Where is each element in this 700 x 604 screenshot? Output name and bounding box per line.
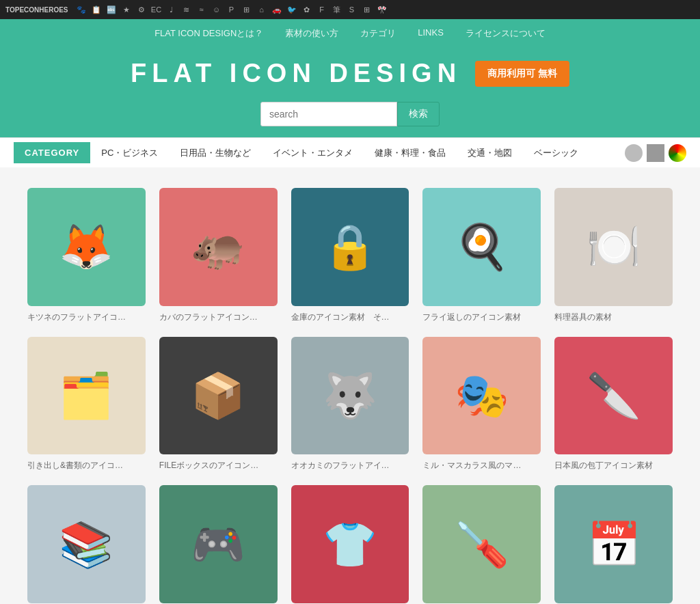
toolbar-icon-14: 🚗 [271,3,283,16]
icon-card-6[interactable]: 📦FILEボックスのアイコン… [159,337,278,472]
toolbar-icon-11: P [226,3,238,16]
icon-thumb-6: 📦 [159,337,278,455]
top-toolbar: TOPECONHEROES 🐾 📋 🔤 ★ ⚙ EC ♩ ≋ ≈ ☺ P ⊞ ⌂… [0,0,700,19]
cat-transport[interactable]: 交通・地図 [457,141,523,165]
site-title: FLAT ICON DESIGN [131,59,461,88]
color-filter-dark[interactable] [647,144,664,162]
site-header: FLAT ICON DESIGNとは？ 素材の使い方 カテゴリ LINKS ライ… [0,19,700,137]
cat-basic[interactable]: ベーシック [523,141,589,165]
main-content: 🦊キツネのフラットアイコ…🦛カバのフラットアイコン…🔒金庫のアイコン素材 そ…🍳… [0,167,700,604]
icon-card-5[interactable]: 🗂️引き出し&書類のアイコ… [27,337,146,472]
cat-pc-business[interactable]: PC・ビジネス [90,141,169,165]
toolbar-icon-8: ≋ [180,3,193,16]
nav-usage[interactable]: 素材の使い方 [285,27,338,40]
icon-label-3: フライ返しのアイコン素材 [422,312,521,323]
icon-label-4: 料理器具の素材 [554,312,612,323]
icon-card-3[interactable]: 🍳フライ返しのアイコン素材 [422,188,541,323]
icon-thumb-7: 🐺 [291,337,409,455]
icon-card-8[interactable]: 🎭ミル・マスカラス風のマ… [422,337,541,472]
toolbar-icon-21: 🎌 [376,3,388,16]
icon-thumb-13: 🪛 [422,485,541,603]
cta-button[interactable]: 商用利用可 無料 [475,61,569,87]
icon-thumb-2: 🔒 [291,188,409,306]
nav-links[interactable]: LINKS [418,27,444,40]
toolbar-icon-1: 🐾 [75,3,88,16]
toolbar-icon-12: ⊞ [241,3,253,16]
search-button[interactable]: 検索 [397,102,440,126]
toolbar-icon-15: 🐦 [286,3,298,16]
icon-thumb-5: 🗂️ [27,337,146,455]
icon-card-14[interactable]: 📅シンプルなカレンダーの… [554,485,673,604]
icon-thumb-14: 📅 [554,485,673,603]
color-filter-gray[interactable] [625,144,643,162]
icon-label-1: カバのフラットアイコン… [159,312,258,323]
icon-label-9: 日本風の包丁アイコン素材 [554,460,653,471]
top-navigation: FLAT ICON DESIGNとは？ 素材の使い方 カテゴリ LINKS ライ… [0,27,700,48]
icon-thumb-10: 📚 [27,485,146,603]
toolbar-icon-16: ✿ [301,3,313,16]
category-label: CATEGORY [14,142,90,163]
toolbar-icon-3: 🔤 [105,3,118,16]
search-input[interactable] [260,102,397,126]
icon-grid: 🦊キツネのフラットアイコ…🦛カバのフラットアイコン…🔒金庫のアイコン素材 そ…🍳… [27,188,673,604]
toolbar-icon-13: ⌂ [256,3,268,16]
toolbar-icon-4: ★ [120,3,133,16]
icon-card-9[interactable]: 🔪日本風の包丁アイコン素材 [554,337,673,472]
toolbar-icon-5: ⚙ [135,3,148,16]
icon-card-2[interactable]: 🔒金庫のアイコン素材 そ… [291,188,409,323]
icon-thumb-8: 🎭 [422,337,541,455]
search-area: 検索 [0,102,700,137]
icon-label-7: オオカミのフラットアイ… [291,460,390,471]
cat-health[interactable]: 健康・料理・食品 [364,141,457,165]
icon-thumb-0: 🦊 [27,188,146,306]
color-filter-multi[interactable] [669,144,686,162]
icon-thumb-3: 🍳 [422,188,541,306]
toolbar-icon-10: ☺ [211,3,223,16]
icon-card-10[interactable]: 📚跳び箱のアイコン素材 そ… [27,485,146,604]
icon-label-0: キツネのフラットアイコ… [27,312,126,323]
category-bar: CATEGORY PC・ビジネス 日用品・生物など イベント・エンタメ 健康・料… [0,137,700,167]
toolbar-icon-17: F [316,3,328,16]
icon-card-7[interactable]: 🐺オオカミのフラットアイ… [291,337,409,472]
cat-daily[interactable]: 日用品・生物など [169,141,262,165]
icon-thumb-9: 🔪 [554,337,673,455]
icon-card-13[interactable]: 🪛シャベルのアイコン素材 [422,485,541,604]
icon-card-4[interactable]: 🍽️料理器具の素材 [554,188,673,323]
nav-category[interactable]: カテゴリ [360,27,396,40]
nav-about[interactable]: FLAT ICON DESIGNとは？ [154,27,263,40]
toolbar-icon-19: S [346,3,358,16]
icon-thumb-12: 👕 [291,485,409,603]
icon-label-5: 引き出し&書類のアイコ… [27,460,123,471]
icon-card-11[interactable]: 🎮ファミコンのコントロー… [159,485,278,604]
icon-thumb-4: 🍽️ [554,188,673,306]
icon-card-0[interactable]: 🦊キツネのフラットアイコ… [27,188,146,323]
icon-card-12[interactable]: 👕シカゴブルズ風のユニホ… [291,485,409,604]
hero-section: FLAT ICON DESIGN 商用利用可 無料 [0,48,700,102]
toolbar-icon-18: 筆 [331,3,343,16]
toolbar-icon-2: 📋 [90,3,103,16]
toolbar-icon-20: ⊞ [361,3,373,16]
icon-label-8: ミル・マスカラス風のマ… [422,460,521,471]
nav-license[interactable]: ライセンスについて [466,27,546,40]
toolbar-icon-7: ♩ [165,3,178,16]
cat-event[interactable]: イベント・エンタメ [262,141,364,165]
site-name: TOPECONHEROES [5,6,68,14]
icon-thumb-1: 🦛 [159,188,278,306]
icon-label-6: FILEボックスのアイコン… [159,460,258,471]
toolbar-icon-6: EC [150,3,163,16]
icon-card-1[interactable]: 🦛カバのフラットアイコン… [159,188,278,323]
icon-label-2: 金庫のアイコン素材 そ… [291,312,390,323]
toolbar-icon-9: ≈ [196,3,208,16]
icon-thumb-11: 🎮 [159,485,278,603]
